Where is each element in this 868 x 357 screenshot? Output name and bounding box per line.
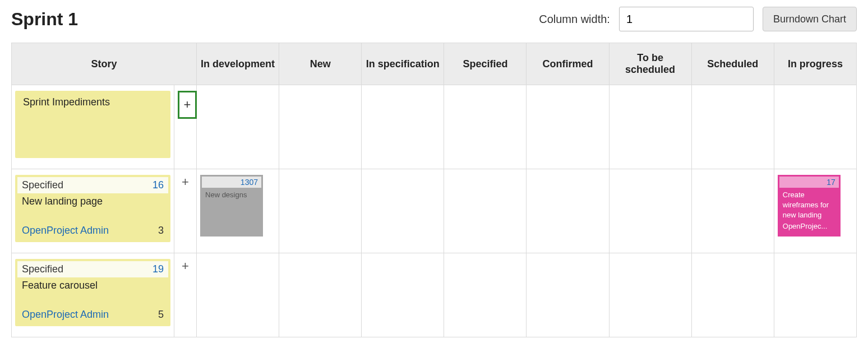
cell-new[interactable]: [279, 169, 362, 253]
story-points: 5: [158, 309, 164, 321]
cell-to-be-scheduled[interactable]: [609, 169, 691, 253]
story-status: Specified: [22, 263, 63, 275]
cell-in-development[interactable]: [197, 85, 279, 169]
cell-in-development[interactable]: 1307 New designs: [197, 169, 279, 253]
task-title: New designs: [202, 188, 261, 201]
column-header-specified: Specified: [444, 43, 527, 85]
task-card[interactable]: 17 Create wireframes for new landing Ope…: [778, 175, 841, 237]
story-status: Specified: [22, 179, 63, 191]
column-width-input[interactable]: [619, 7, 754, 31]
column-header-new: New: [279, 43, 362, 85]
page-title: Sprint 1: [11, 9, 78, 30]
add-task-button[interactable]: +: [178, 175, 193, 189]
cell-confirmed[interactable]: [527, 169, 609, 253]
cell-in-progress[interactable]: [774, 253, 856, 337]
cell-in-specification[interactable]: [362, 85, 444, 169]
add-task-button[interactable]: +: [178, 91, 197, 119]
story-owner-link[interactable]: OpenProject Admin: [22, 309, 109, 321]
cell-in-progress[interactable]: 17 Create wireframes for new landing Ope…: [774, 169, 856, 253]
column-header-in-development: In development: [197, 43, 279, 85]
table-row: Specified 19 Feature carousel OpenProjec…: [12, 253, 857, 337]
cell-new[interactable]: [279, 85, 362, 169]
story-title: Sprint Impediments: [17, 93, 168, 123]
column-header-scheduled: Scheduled: [691, 43, 774, 85]
cell-confirmed[interactable]: [527, 85, 609, 169]
add-task-button[interactable]: +: [178, 259, 193, 273]
column-header-in-specification: In specification: [362, 43, 444, 85]
task-owner: OpenProjec...: [779, 222, 839, 233]
story-card[interactable]: Specified 16 New landing page OpenProjec…: [15, 175, 170, 242]
story-title: New landing page: [17, 193, 168, 224]
story-card[interactable]: Specified 19 Feature carousel OpenProjec…: [15, 259, 170, 326]
table-row: Sprint Impediments +: [12, 85, 857, 169]
task-id-link[interactable]: 17: [779, 177, 839, 188]
column-width-label: Column width:: [539, 13, 610, 26]
cell-to-be-scheduled[interactable]: [609, 253, 691, 337]
cell-scheduled[interactable]: [691, 253, 774, 337]
task-card[interactable]: 1307 New designs: [200, 175, 263, 237]
story-card[interactable]: Sprint Impediments: [15, 91, 170, 158]
cell-new[interactable]: [279, 253, 362, 337]
task-board: Story In development New In specificatio…: [11, 43, 857, 337]
column-header-in-progress: In progress: [774, 43, 856, 85]
column-headers-row: Story In development New In specificatio…: [12, 43, 857, 85]
burndown-chart-button[interactable]: Burndown Chart: [763, 7, 857, 31]
story-id-link[interactable]: 19: [153, 263, 164, 275]
header-controls: Column width: Burndown Chart: [539, 7, 857, 31]
story-points: 3: [158, 225, 164, 237]
column-header-confirmed: Confirmed: [527, 43, 609, 85]
cell-specified[interactable]: [444, 85, 527, 169]
cell-in-development[interactable]: [197, 253, 279, 337]
cell-in-progress[interactable]: [774, 85, 856, 169]
cell-in-specification[interactable]: [362, 169, 444, 253]
task-id-link[interactable]: 1307: [202, 177, 261, 188]
task-title: Create wireframes for new landing: [779, 188, 839, 222]
column-header-story: Story: [12, 43, 197, 85]
cell-confirmed[interactable]: [527, 253, 609, 337]
cell-scheduled[interactable]: [691, 169, 774, 253]
story-id-link[interactable]: 16: [153, 179, 164, 191]
cell-to-be-scheduled[interactable]: [609, 85, 691, 169]
cell-in-specification[interactable]: [362, 253, 444, 337]
cell-specified[interactable]: [444, 169, 527, 253]
cell-specified[interactable]: [444, 253, 527, 337]
story-owner-link[interactable]: OpenProject Admin: [22, 225, 109, 237]
story-title: Feature carousel: [17, 277, 168, 308]
column-header-to-be-scheduled: To be scheduled: [609, 43, 691, 85]
table-row: Specified 16 New landing page OpenProjec…: [12, 169, 857, 253]
cell-scheduled[interactable]: [691, 85, 774, 169]
